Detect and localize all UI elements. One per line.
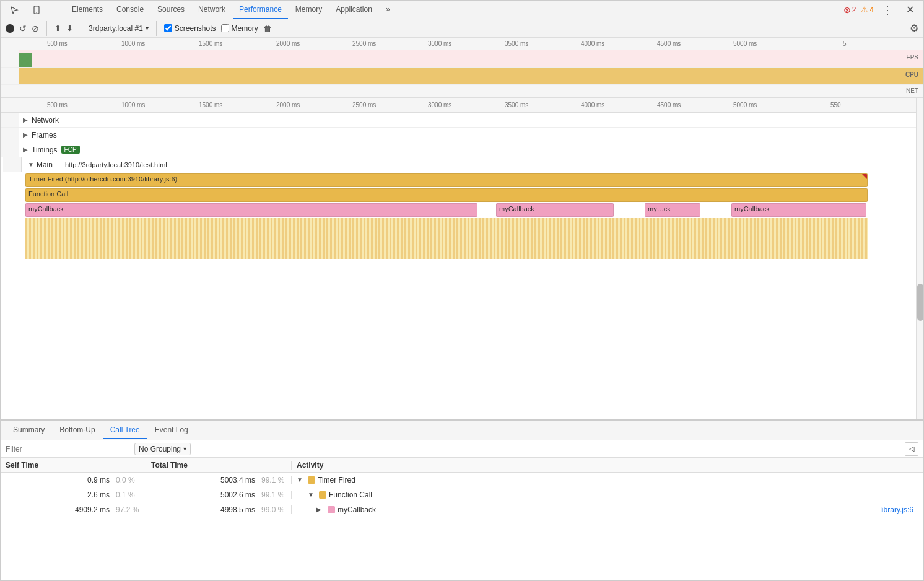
tab-call-tree[interactable]: Call Tree <box>103 422 147 439</box>
collapse-right-button[interactable]: ◁ <box>905 442 918 456</box>
b-tick-1500: 1500 ms <box>199 102 222 108</box>
divider-1 <box>53 2 53 17</box>
grouping-dropdown[interactable]: No Grouping ▾ <box>134 443 191 455</box>
main-thread-dash: — <box>55 160 63 169</box>
memory-checkbox-label[interactable]: Memory <box>221 24 258 33</box>
table-row[interactable]: 0.9 ms 0.0 % 5003.4 ms 99.1 % ▼ Timer Fi… <box>1 473 923 487</box>
my-callback-bar-3[interactable]: my…ck <box>645 203 700 217</box>
main-thread-header[interactable]: ▼ Main — http://3rdparty.local:3910/test… <box>1 157 916 172</box>
devtools-panel: Elements Console Sources Network Perform… <box>0 0 924 581</box>
close-icon[interactable]: ✕ <box>901 1 918 19</box>
my-callback-bar-1[interactable]: myCallback <box>25 203 477 217</box>
timings-expander[interactable]: ▶ <box>19 146 32 153</box>
tab-console[interactable]: Console <box>110 1 150 19</box>
timeline-scrollbar[interactable] <box>916 98 923 419</box>
frames-expander[interactable]: ▶ <box>19 131 32 138</box>
upload-button[interactable]: ⬆ <box>54 24 61 33</box>
row2-total-time: 5002.6 ms <box>212 491 255 499</box>
row1-total-pct: 99.1 % <box>261 476 286 484</box>
row1-icon <box>308 476 315 484</box>
row3-self-pct: 97.2 % <box>116 505 141 514</box>
timeline-main: 500 ms 1000 ms 1500 ms 2000 ms 2500 ms 3… <box>1 98 923 419</box>
tab-network[interactable]: Network <box>192 1 232 19</box>
cursor-icon[interactable] <box>6 1 23 19</box>
divider-2 <box>81 21 81 36</box>
filter-bar: No Grouping ▾ ◁ <box>1 440 923 458</box>
b-tick-3500: 3500 ms <box>505 102 528 108</box>
error-icon: ⊗ <box>843 5 851 15</box>
table-row[interactable]: 2.6 ms 0.1 % 5002.6 ms 99.1 % ▼ Function… <box>1 487 923 502</box>
network-label: Network <box>32 116 59 124</box>
stop-button[interactable]: ⊘ <box>32 24 39 33</box>
top-ruler: 500 ms 1000 ms 1500 ms 2000 ms 2500 ms 3… <box>1 38 923 50</box>
table-row[interactable]: 4909.2 ms 97.2 % 4998.5 ms 99.0 % ▶ myCa… <box>1 502 923 517</box>
tab-elements[interactable]: Elements <box>66 1 109 19</box>
row2-label: Function Call <box>329 491 372 499</box>
main-thread-url: http://3rdparty.local:3910/test.html <box>65 161 167 168</box>
row3-self-time: 4909.2 ms <box>66 505 110 514</box>
timer-fired-label: Timer Fired (http://othercdn.com:3910/li… <box>28 175 177 183</box>
tick-2500: 2500 ms <box>352 40 376 47</box>
network-track[interactable]: ▶ Network <box>1 113 916 128</box>
grouping-arrow: ▾ <box>183 445 186 452</box>
row3-expand[interactable]: ▶ <box>316 506 325 513</box>
cpu-label: CPU <box>905 71 918 78</box>
row2-expand[interactable]: ▼ <box>308 491 316 498</box>
memory-checkbox[interactable] <box>221 24 229 32</box>
row3-link[interactable]: library.js:6 <box>880 505 913 514</box>
tab-performance[interactable]: Performance <box>233 1 288 19</box>
tick-2000: 2000 ms <box>276 40 300 47</box>
row1-expand[interactable]: ▼ <box>297 476 305 483</box>
bottom-ruler: 500 ms 1000 ms 1500 ms 2000 ms 2500 ms 3… <box>1 98 916 113</box>
tab-more[interactable]: » <box>380 1 396 19</box>
tab-bottom-up[interactable]: Bottom-Up <box>52 422 102 439</box>
timings-label: Timings <box>32 146 58 154</box>
row2-total-pct: 99.1 % <box>261 491 286 499</box>
tick-1000: 1000 ms <box>121 40 145 47</box>
network-expander[interactable]: ▶ <box>19 116 32 123</box>
b-tick-1000: 1000 ms <box>121 102 145 108</box>
record-button[interactable] <box>6 24 14 33</box>
main-thread-collapse[interactable]: ▼ <box>28 161 34 168</box>
data-table: Self Time Total Time Activity 0.9 ms 0.0… <box>1 458 923 580</box>
col-header-activity: Activity <box>292 461 923 470</box>
divider-3 <box>156 21 157 36</box>
tab-event-log[interactable]: Event Log <box>147 422 196 439</box>
my-callback-bar-2[interactable]: myCallback <box>496 203 614 217</box>
tab-memory[interactable]: Memory <box>289 1 328 19</box>
row3-total-time: 4998.5 ms <box>212 505 255 514</box>
my-callback-label-1: myCallback <box>28 205 64 212</box>
session-arrow: ▾ <box>146 25 149 32</box>
mobile-icon[interactable] <box>28 1 45 19</box>
row3-icon <box>328 506 335 513</box>
function-call-bar[interactable]: Function Call <box>25 188 868 202</box>
session-selector[interactable]: 3rdparty.local #1 ▾ <box>89 24 149 33</box>
screenshots-checkbox[interactable] <box>164 24 172 32</box>
tab-sources[interactable]: Sources <box>151 1 191 19</box>
b-tick-4000: 4000 ms <box>581 102 604 108</box>
my-callback-bar-4[interactable]: myCallback <box>731 203 866 217</box>
tick-4000: 4000 ms <box>581 40 604 47</box>
warn-count: 4 <box>870 6 874 14</box>
row2-icon <box>319 491 326 499</box>
timer-fired-bar[interactable]: Timer Fired (http://othercdn.com:3910/li… <box>25 173 868 187</box>
settings-button[interactable]: ⚙ <box>910 22 918 34</box>
memory-label: Memory <box>232 24 258 33</box>
main-thread-label: Main <box>37 160 53 169</box>
tab-summary[interactable]: Summary <box>6 422 52 439</box>
screenshots-checkbox-label[interactable]: Screenshots <box>164 24 216 33</box>
row1-self-time: 0.9 ms <box>66 476 110 484</box>
more-icon[interactable]: ⋮ <box>879 1 896 19</box>
svg-point-1 <box>36 12 37 13</box>
scrollbar-thumb[interactable] <box>917 284 923 321</box>
my-callback-label-2: myCallback <box>499 205 534 212</box>
tick-end: 5 <box>843 40 847 47</box>
error-count: 2 <box>852 6 856 14</box>
frames-track[interactable]: ▶ Frames <box>1 128 916 142</box>
timings-track[interactable]: ▶ Timings FCP <box>1 142 916 157</box>
download-button[interactable]: ⬇ <box>66 24 73 33</box>
tab-application[interactable]: Application <box>329 1 378 19</box>
filter-input[interactable] <box>6 445 129 453</box>
trash-button[interactable]: 🗑 <box>263 24 272 33</box>
reload-button[interactable]: ↺ <box>19 24 27 33</box>
